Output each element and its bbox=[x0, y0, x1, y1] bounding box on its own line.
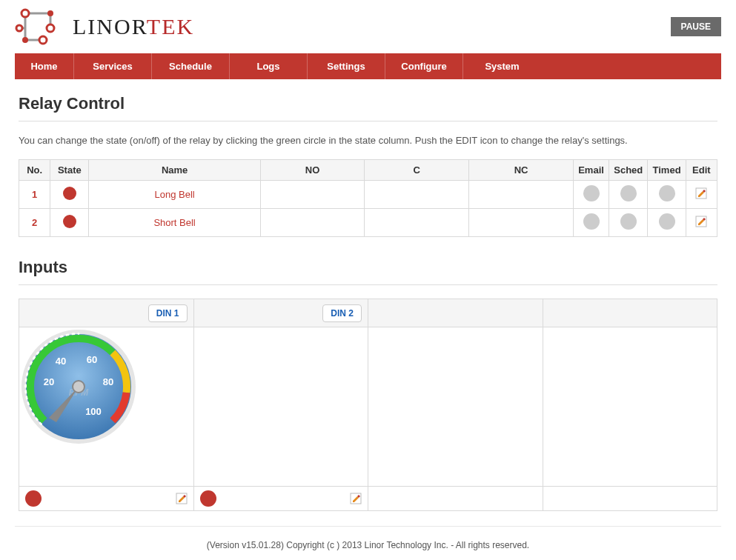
svg-text:100: 100 bbox=[85, 406, 102, 417]
nav-schedule[interactable]: Schedule bbox=[152, 53, 230, 79]
din-header-cell bbox=[543, 299, 717, 327]
relay-email-toggle[interactable] bbox=[573, 209, 609, 237]
din1-button[interactable]: DIN 1 bbox=[148, 304, 188, 322]
col-NC: NC bbox=[469, 160, 574, 181]
relay-timed-toggle[interactable] bbox=[648, 181, 686, 209]
col-C: C bbox=[365, 160, 469, 181]
input-edit-button[interactable] bbox=[350, 493, 362, 504]
edit-icon bbox=[176, 493, 188, 504]
gauge-cell bbox=[193, 327, 368, 487]
relay-title: Relay Control bbox=[19, 94, 717, 113]
svg-point-8 bbox=[39, 36, 47, 44]
nav-home[interactable]: Home bbox=[15, 53, 74, 79]
col-timed: Timed bbox=[648, 160, 686, 181]
relay-no: 1 bbox=[19, 181, 50, 209]
col-name: Name bbox=[89, 160, 260, 181]
svg-point-7 bbox=[47, 24, 54, 32]
relay-state-toggle[interactable] bbox=[50, 181, 89, 209]
logo-text: LINORTEK bbox=[73, 14, 194, 39]
gauge-cell: 20 40 60 80 100 RPM bbox=[19, 327, 194, 487]
svg-point-21 bbox=[73, 381, 84, 393]
relay-C bbox=[365, 181, 469, 209]
relay-NO bbox=[260, 181, 365, 209]
relay-state-toggle[interactable] bbox=[50, 209, 89, 237]
din-header-cell bbox=[368, 299, 543, 327]
relay-sched-toggle[interactable] bbox=[609, 181, 648, 209]
relay-NO bbox=[260, 209, 365, 237]
nav-services[interactable]: Services bbox=[74, 53, 152, 79]
header: LINORTEK PAUSE bbox=[0, 0, 736, 53]
relay-intro: You can change the state (on/off) of the… bbox=[19, 135, 717, 146]
relay-sched-toggle[interactable] bbox=[609, 209, 648, 237]
din-header-cell: DIN 2 bbox=[193, 299, 368, 327]
pause-button[interactable]: PAUSE bbox=[671, 17, 721, 36]
nav-configure[interactable]: Configure bbox=[385, 53, 463, 79]
nav-settings[interactable]: Settings bbox=[308, 53, 385, 79]
divider bbox=[19, 121, 717, 121]
relay-C bbox=[365, 209, 469, 237]
gauge-cell bbox=[368, 327, 543, 487]
relay-no: 2 bbox=[19, 209, 50, 237]
relay-NC bbox=[469, 209, 574, 237]
relay-row: 1 Long Bell bbox=[19, 181, 717, 209]
svg-point-9 bbox=[22, 37, 28, 43]
relay-timed-toggle[interactable] bbox=[648, 209, 686, 237]
edit-icon bbox=[350, 493, 362, 504]
logo-icon bbox=[15, 6, 67, 47]
svg-point-6 bbox=[47, 10, 53, 16]
divider bbox=[19, 284, 717, 285]
relay-row: 2 Short Bell bbox=[19, 209, 717, 237]
input-edit-button[interactable] bbox=[176, 493, 188, 504]
inputs-title: Inputs bbox=[19, 258, 717, 277]
relay-table: No. State Name NO C NC Email Sched Timed… bbox=[19, 159, 717, 237]
relay-email-toggle[interactable] bbox=[573, 181, 609, 209]
relay-name: Long Bell bbox=[89, 181, 260, 209]
input-state-indicator[interactable] bbox=[200, 490, 216, 507]
nav-system[interactable]: System bbox=[463, 53, 541, 79]
col-email: Email bbox=[573, 160, 609, 181]
main: Relay Control You can change the state (… bbox=[0, 79, 736, 519]
svg-text:40: 40 bbox=[56, 356, 66, 367]
din-header-cell: DIN 1 bbox=[19, 299, 194, 327]
relay-name: Short Bell bbox=[89, 209, 260, 237]
svg-point-5 bbox=[21, 10, 29, 17]
col-state: State bbox=[50, 160, 89, 181]
gauge-cell bbox=[543, 327, 717, 487]
edit-icon bbox=[695, 187, 707, 199]
input-state-indicator[interactable] bbox=[25, 490, 42, 507]
svg-text:60: 60 bbox=[87, 354, 97, 365]
nav-logs[interactable]: Logs bbox=[230, 53, 308, 79]
svg-point-10 bbox=[16, 25, 22, 31]
col-edit: Edit bbox=[686, 160, 717, 181]
footer-copyright: (Version v15.01.28) Copyright (c ) 2013 … bbox=[15, 526, 721, 560]
relay-edit-button[interactable] bbox=[686, 181, 717, 209]
col-no: No. bbox=[19, 160, 50, 181]
logo: LINORTEK bbox=[15, 6, 194, 47]
svg-text:20: 20 bbox=[44, 376, 54, 387]
relay-edit-button[interactable] bbox=[686, 209, 717, 237]
inputs-table: DIN 1 DIN 2 bbox=[19, 299, 717, 511]
navbar: Home Services Schedule Logs Settings Con… bbox=[15, 53, 721, 79]
relay-NC bbox=[469, 181, 574, 209]
col-NO: NO bbox=[260, 160, 365, 181]
svg-text:80: 80 bbox=[103, 376, 113, 387]
gauge-icon: 20 40 60 80 100 RPM bbox=[19, 327, 138, 446]
col-sched: Sched bbox=[609, 160, 648, 181]
din2-button[interactable]: DIN 2 bbox=[322, 304, 362, 322]
edit-icon bbox=[695, 216, 707, 227]
